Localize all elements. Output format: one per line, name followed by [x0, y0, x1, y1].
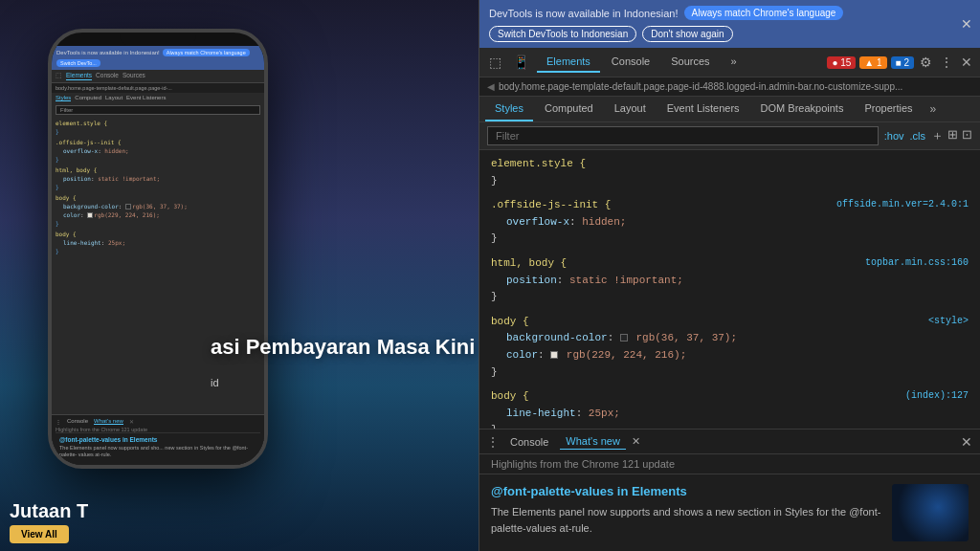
phone-whatsnew-close[interactable]: ✕	[129, 418, 134, 425]
devtools-close-icon[interactable]: ✕	[959, 53, 974, 72]
console-section: ⋮ Console What's new ✕ ✕ Highlights from…	[479, 429, 980, 474]
devtools-tabs: Elements Console Sources »	[537, 52, 823, 73]
devtools-toolbar: ⬚ 📱 Elements Console Sources » ● 15 ▲ 1 …	[479, 48, 980, 77]
tab-sources[interactable]: Sources	[661, 52, 719, 73]
whatsnew-thumbnail[interactable]: ▶	[892, 484, 969, 541]
tab-elements[interactable]: Elements	[537, 52, 600, 73]
breadcrumb-path: body.home.page-template-default.page.pag…	[499, 81, 902, 92]
phone-tab-console[interactable]: Console	[96, 72, 119, 80]
console-tab-whatsnew[interactable]: What's new	[560, 433, 626, 450]
styles-tabs-bar: Styles Computed Layout Event Listeners D…	[479, 97, 980, 122]
phone-tabs-bar: ⬚ Elements Console Sources	[52, 70, 264, 83]
notification-text: DevTools is now available in Indonesian!	[489, 8, 679, 19]
whatsnew-description: The Elements panel now supports and show…	[491, 504, 882, 536]
phone-console-menu-icon: ⋮	[56, 418, 61, 425]
new-style-rule-icon[interactable]: ⊞	[947, 127, 958, 144]
console-tab-console[interactable]: Console	[504, 434, 554, 450]
styles-tab-event-listeners[interactable]: Event Listeners	[657, 97, 749, 121]
styles-tab-layout[interactable]: Layout	[605, 97, 656, 121]
css-block-body-lineheight: body { (index):127 line-height: 25px; }	[479, 386, 980, 429]
whatsnew-title: @font-palette-values in Elements	[491, 484, 882, 498]
styles-content: element.style { } .offside-js--init { of…	[479, 150, 980, 429]
filter-cls-button[interactable]: .cls	[910, 130, 926, 142]
console-tabs-bar: ⋮ Console What's new ✕ ✕	[479, 430, 980, 454]
website-subheadline: id	[211, 377, 219, 388]
phone-mockup: DevTools is now available in Indonesian!…	[48, 29, 268, 469]
css-source-offside[interactable]: offside.min.ver=2.4.0:1	[836, 197, 969, 212]
css-block-element-style: element.style { }	[479, 154, 980, 191]
phone-notification-bar: DevTools is now available in Indonesian!…	[52, 46, 264, 70]
phone-tab-elements[interactable]: Elements	[66, 72, 92, 80]
devtools-breadcrumb: ◀ body.home.page-template-default.page.p…	[479, 77, 980, 97]
devtools-notification: DevTools is now available in Indonesian!…	[479, 0, 980, 48]
whatsnew-text-content: @font-palette-values in Elements The Ele…	[491, 484, 882, 536]
settings-gear-icon[interactable]: ⚙	[918, 53, 934, 72]
styles-tab-properties[interactable]: Properties	[855, 97, 922, 121]
phone-styles-tabs: Styles Computed Layout Event Listeners	[52, 93, 264, 103]
view-all-button[interactable]: View All	[10, 524, 69, 541]
phone-console-tabs: ⋮ Console What's new ✕	[56, 418, 260, 425]
color-swatch-text[interactable]	[550, 351, 558, 359]
badge-switch-devtools[interactable]: Switch DevTools to Indonesian	[489, 26, 636, 42]
styles-tab-dom-breakpoints[interactable]: DOM Breakpoints	[751, 97, 854, 121]
whatsnew-tab-close[interactable]: ✕	[632, 435, 640, 448]
thumb-background	[892, 484, 969, 541]
filter-hov-button[interactable]: :hov	[884, 130, 904, 142]
badge-dismiss[interactable]: Don't show again	[642, 26, 732, 42]
devtools-panel: DevTools is now available in Indonesian!…	[479, 0, 980, 551]
phone-bottom-console: ⋮ Console What's new ✕ Highlights from t…	[52, 414, 264, 465]
tab-console[interactable]: Console	[602, 52, 659, 73]
more-options-icon[interactable]: ⋮	[938, 53, 955, 72]
phone-toolbar-inspect: ⬚	[56, 72, 62, 80]
phone-whatsnew-section: @font-palette-values in Elements The Ele…	[56, 432, 260, 462]
styles-tab-more[interactable]: »	[924, 99, 943, 120]
phone-whatsnew-tab[interactable]: What's new	[94, 418, 123, 425]
error-count-badge[interactable]: ● 15	[827, 56, 856, 69]
tab-more[interactable]: »	[722, 52, 746, 73]
styles-tab-styles[interactable]: Styles	[485, 97, 533, 121]
styles-filter-bar: :hov .cls ＋ ⊞ ⊡	[479, 122, 980, 150]
inspect-element-icon[interactable]: ⬚	[485, 53, 505, 72]
phone-console-tab[interactable]: Console	[67, 418, 88, 425]
info-count-badge[interactable]: ■ 2	[891, 56, 914, 69]
css-source-index[interactable]: (index):127	[905, 388, 969, 404]
phone-css-code: element.style { } .offside-js--init { ov…	[52, 117, 264, 257]
add-style-rule-icon[interactable]: ＋	[931, 127, 944, 144]
phone-notch	[120, 33, 196, 46]
toggle-element-state-icon[interactable]: ⊡	[962, 127, 972, 144]
phone-computed-tab[interactable]: Computed	[75, 95, 101, 101]
phone-styles-tab[interactable]: Styles	[56, 95, 71, 101]
whatsnew-content: @font-palette-values in Elements The Ele…	[491, 484, 969, 541]
css-source-style[interactable]: <style>	[928, 314, 969, 329]
notification-close-button[interactable]: ✕	[961, 16, 972, 32]
phone-badge-match[interactable]: Always match Chrome's language	[163, 49, 250, 56]
css-block-offside-init: .offside-js--init { offside.min.ver=2.4.…	[479, 195, 980, 250]
phone-notif-text: DevTools is now available in Indonesian!	[56, 50, 160, 55]
phone-tab-sources[interactable]: Sources	[122, 72, 145, 80]
whatsnew-section: @font-palette-values in Elements The Ele…	[479, 474, 980, 551]
badge-match-language[interactable]: Always match Chrome's language	[684, 6, 844, 20]
console-menu-icon[interactable]: ⋮	[487, 435, 499, 449]
color-swatch-bg[interactable]	[620, 334, 628, 342]
phone-whatsnew-text: The Elements panel now supports and sho.…	[59, 445, 256, 459]
filter-action-icons: ＋ ⊞ ⊡	[931, 127, 972, 144]
styles-tab-computed[interactable]: Computed	[535, 97, 603, 121]
phone-devtools: DevTools is now available in Indonesian!…	[52, 46, 264, 469]
phone-eventlisteners-tab[interactable]: Event Listeners	[126, 95, 166, 101]
website-headline: asi Pembayaran Masa Kini	[211, 335, 475, 360]
left-panel: DevTools is now available in Indonesian!…	[0, 0, 479, 551]
css-source-topbar[interactable]: topbar.min.css:160	[865, 255, 969, 271]
toolbar-badges: ● 15 ▲ 1 ■ 2 ⚙ ⋮ ✕	[827, 53, 974, 72]
website-footer-text: Jutaan T	[10, 500, 88, 522]
phone-badge-switch[interactable]: Switch DevTo...	[56, 59, 100, 67]
breadcrumb-arrow: ◀	[487, 81, 495, 92]
warning-count-badge[interactable]: ▲ 1	[859, 56, 886, 69]
styles-filter-input[interactable]	[487, 126, 879, 145]
device-toolbar-icon[interactable]: 📱	[509, 53, 533, 72]
phone-breadcrumb: body.home.page-template-default.page.pag…	[52, 83, 264, 93]
phone-filter-input[interactable]: Filter	[56, 105, 260, 115]
console-panel-close-icon[interactable]: ✕	[961, 434, 972, 450]
phone-screen: DevTools is now available in Indonesian!…	[52, 46, 264, 469]
phone-layout-tab[interactable]: Layout	[105, 95, 122, 101]
phone-whatsnew-title: @font-palette-values in Elements	[59, 436, 256, 443]
